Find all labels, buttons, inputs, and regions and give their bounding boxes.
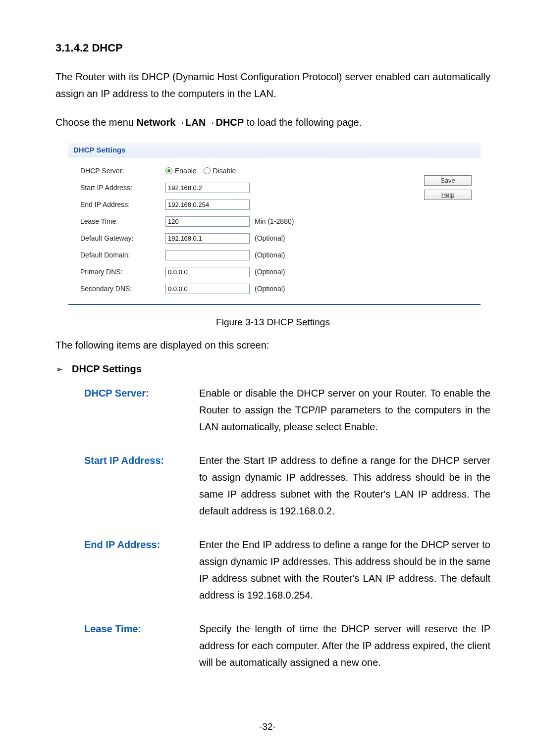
row-start-ip: Start IP Address:	[80, 179, 397, 196]
note-primary-dns: (Optional)	[255, 268, 285, 276]
note-default-gateway: (Optional)	[255, 234, 285, 242]
nav-suffix: to load the following page.	[244, 117, 362, 128]
def-dhcp-server-label: DHCP Server:	[84, 385, 199, 435]
menu-path: Choose the menu Network→LAN→DHCP to load…	[55, 114, 490, 131]
label-default-domain: Default Domain:	[80, 251, 165, 259]
displayed-items-text: The following items are displayed on thi…	[55, 337, 490, 353]
def-start-ip-text: Enter the Start IP address to define a r…	[199, 452, 490, 519]
label-end-ip: End IP Address:	[80, 201, 165, 208]
button-column: Save Help	[397, 162, 472, 297]
def-lease-time: Lease Time: Specify the length of time t…	[84, 620, 490, 671]
label-lease-time: Lease Time:	[80, 217, 165, 225]
dhcp-figure: DHCP Settings DHCP Server: Enable Disabl…	[68, 143, 490, 305]
note-lease-time: Min (1-2880)	[255, 217, 294, 225]
def-end-ip-text: Enter the End IP address to define a ran…	[199, 536, 490, 604]
radio-enable[interactable]: Enable	[165, 167, 197, 175]
label-default-gateway: Default Gateway:	[80, 234, 165, 242]
input-primary-dns[interactable]	[165, 267, 250, 277]
def-start-ip-label: Start IP Address:	[84, 452, 199, 519]
def-start-ip: Start IP Address: Enter the Start IP add…	[84, 452, 490, 519]
label-secondary-dns: Secondary DNS:	[80, 285, 165, 293]
row-default-gateway: Default Gateway: (Optional)	[80, 230, 397, 247]
form-column: DHCP Server: Enable Disable Start IP Add…	[80, 162, 397, 297]
note-secondary-dns: (Optional)	[255, 285, 285, 293]
bullet-glyph-icon: ➢	[55, 364, 63, 375]
panel-title: DHCP Settings	[68, 143, 481, 157]
radio-disable[interactable]: Disable	[204, 167, 236, 175]
figure-caption: Figure 3-13 DHCP Settings	[55, 317, 490, 328]
input-default-domain[interactable]	[165, 250, 250, 260]
save-button[interactable]: Save	[424, 175, 472, 186]
input-end-ip[interactable]	[165, 200, 250, 210]
def-end-ip: End IP Address: Enter the End IP address…	[84, 536, 490, 604]
panel-body: DHCP Server: Enable Disable Start IP Add…	[68, 157, 481, 304]
label-start-ip: Start IP Address:	[80, 184, 165, 192]
page-number: -32-	[0, 721, 535, 732]
section-heading: 3.1.4.2 DHCP	[55, 42, 490, 54]
def-lease-time-label: Lease Time:	[84, 620, 199, 671]
row-dhcp-server: DHCP Server: Enable Disable	[80, 162, 397, 179]
dhcp-panel: DHCP Settings DHCP Server: Enable Disabl…	[68, 143, 481, 305]
radio-enable-dot-icon	[165, 167, 172, 174]
label-primary-dns: Primary DNS:	[80, 268, 165, 276]
row-lease-time: Lease Time: Min (1-2880)	[80, 213, 397, 230]
label-dhcp-server: DHCP Server:	[80, 167, 165, 175]
def-lease-time-text: Specify the length of time the DHCP serv…	[199, 620, 490, 671]
def-dhcp-server: DHCP Server: Enable or disable the DHCP …	[84, 385, 490, 435]
input-start-ip[interactable]	[165, 183, 250, 193]
input-default-gateway[interactable]	[165, 233, 250, 244]
definitions: DHCP Server: Enable or disable the DHCP …	[84, 385, 490, 671]
intro-paragraph: The Router with its DHCP (Dynamic Host C…	[55, 68, 490, 102]
note-default-domain: (Optional)	[255, 251, 285, 259]
radio-enable-label: Enable	[175, 167, 197, 175]
def-dhcp-server-text: Enable or disable the DHCP server on you…	[199, 385, 490, 435]
help-button[interactable]: Help	[424, 190, 472, 200]
row-default-domain: Default Domain: (Optional)	[80, 247, 397, 263]
radio-disable-label: Disable	[213, 167, 236, 175]
input-lease-time[interactable]	[165, 216, 250, 227]
bullet-dhcp-settings: ➢ DHCP Settings	[55, 363, 490, 375]
radio-disable-dot-icon	[204, 167, 211, 174]
bullet-title: DHCP Settings	[72, 363, 142, 375]
input-secondary-dns[interactable]	[165, 284, 250, 294]
row-secondary-dns: Secondary DNS: (Optional)	[80, 280, 397, 297]
nav-prefix: Choose the menu	[55, 117, 136, 128]
row-end-ip: End IP Address:	[80, 196, 397, 213]
nav-path: Network→LAN→DHCP	[136, 117, 244, 128]
def-end-ip-label: End IP Address:	[84, 536, 199, 604]
row-primary-dns: Primary DNS: (Optional)	[80, 263, 397, 280]
